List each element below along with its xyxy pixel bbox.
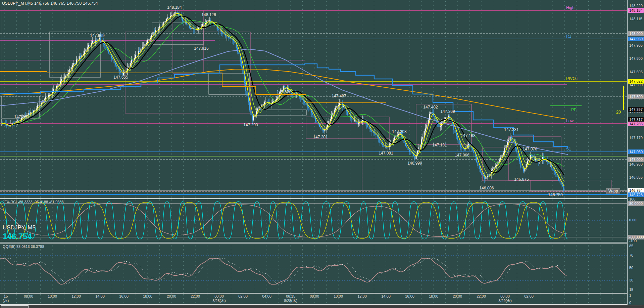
rci-tick: 100 — [629, 197, 635, 201]
swing-annotation: 147.201 — [313, 135, 328, 139]
swing-annotation: 147.081 — [379, 151, 393, 156]
level-label-r1: R1 — [566, 34, 572, 39]
price-badge: 146.754 — [628, 188, 644, 193]
swing-annotation: 147.168 — [461, 133, 476, 138]
scroll-track[interactable] — [30, 306, 642, 306]
price-tick: 147.170 — [629, 136, 643, 140]
swing-annotation: 147.066 — [455, 153, 469, 158]
level-label-s1: S1 — [566, 147, 571, 151]
price-badge: 147.500 — [628, 94, 644, 99]
time-label: 18:00 — [143, 294, 152, 298]
time-label: 20:00 — [167, 294, 176, 298]
qqe-tick: 0 — [629, 301, 631, 305]
time-label: 15(水) — [3, 294, 9, 303]
swing-annotation: 147.655 — [113, 75, 128, 80]
qqe-tick: 70 — [629, 253, 633, 257]
time-axis-separator — [0, 293, 627, 294]
time-label: 16:00 — [119, 294, 129, 298]
level-label-pp: PP — [571, 107, 577, 112]
price-badge: 80.0000 — [628, 201, 644, 206]
qqe-signal-line — [0, 259, 566, 284]
qqe-tick: 85 — [629, 244, 633, 248]
chart-title: USDJPY_MT,M5 146.756 146.765 146.750 146… — [2, 1, 98, 6]
price-badge: 147.959 — [628, 37, 644, 41]
level-label-pivot: PIVOT — [566, 76, 579, 81]
main-chart-canvas[interactable]: 20HighR1PIVOTPPLowS1147.360147.969147.65… — [0, 0, 627, 199]
price-tick: 147.905 — [629, 43, 643, 47]
price-badge: 147.622 — [628, 79, 644, 84]
time-label: 12:00 — [357, 294, 367, 298]
swing-annotation: 147.131 — [432, 143, 447, 147]
time-label: 10:00 — [334, 294, 343, 298]
qqe-tick: 50 — [629, 266, 633, 270]
price-tick: 146.855 — [629, 175, 643, 179]
left-window-border — [1, 0, 1, 304]
qqe-rsi-line — [0, 259, 566, 284]
rci-indicator-canvas[interactable] — [0, 199, 627, 244]
swing-annotation: 147.969 — [90, 33, 105, 38]
price-badge: 147.000 — [628, 157, 644, 162]
swing-annotation: 147.208 — [392, 129, 407, 134]
qqe-indicator-label: QQE(5) 33.0513 38.3788 — [3, 245, 44, 249]
time-label: 06:158/28(木) — [284, 294, 297, 303]
swing-annotation: 147.402 — [423, 105, 438, 109]
scroll-handle[interactable] — [1, 305, 29, 308]
time-label: 22:00 — [477, 294, 486, 298]
price-tick: 148.115 — [629, 17, 642, 21]
price-tick: 147.800 — [629, 56, 643, 60]
time-label: 12:00 — [71, 294, 81, 298]
time-label: 04:00 — [262, 294, 271, 298]
price-badge: 147.317 — [628, 117, 644, 122]
time-axis[interactable]: 15(水)08:0010:0012:0014:0016:0018:0020:00… — [0, 293, 627, 304]
qqe-tick: 15 — [629, 288, 633, 292]
time-label: 14:00 — [381, 294, 391, 298]
time-date-label: 8/28(木) — [284, 298, 297, 303]
time-label: 16:00 — [405, 294, 414, 298]
price-badge: 148.000 — [628, 31, 644, 36]
swing-annotation: 147.916 — [194, 46, 209, 51]
panel-separator-rci-qqe[interactable] — [0, 242, 627, 243]
measure-label: 20 — [616, 109, 621, 115]
time-label: 10:00 — [48, 294, 57, 298]
w-pp-label: W-pp — [606, 188, 620, 194]
swing-annotation: 147.487 — [332, 94, 346, 98]
swing-annotation: 147.070 — [523, 147, 537, 151]
time-label: 02:00 — [238, 294, 248, 298]
time-label: 08:00 — [24, 294, 33, 298]
qqe-indicator-canvas[interactable] — [0, 244, 627, 293]
time-label: 00:008/28(木) — [212, 294, 226, 303]
price-badge: 146.723 — [628, 192, 644, 197]
price-badge: 147.397 — [628, 107, 644, 112]
rci-tick: 0.00 — [629, 218, 636, 222]
time-label: 20:00 — [453, 294, 462, 298]
price-badge: 148.184 — [628, 8, 644, 13]
time-label: 14:00 — [95, 294, 105, 298]
price-axis[interactable]: 148.220148.115148.010147.905147.800147.6… — [627, 0, 644, 308]
panel-separator-rci-qqe-hl — [0, 244, 627, 244]
price-tick: 147.695 — [629, 70, 643, 74]
time-date-label: 8/29(金) — [498, 298, 512, 303]
white-box — [209, 73, 250, 94]
swing-annotation: 147.360 — [14, 115, 29, 119]
chart-window: USDJPY_MT,M5 146.756 146.765 146.750 146… — [0, 0, 644, 308]
swing-annotation: 147.293 — [243, 123, 258, 127]
time-label: 18:00 — [429, 294, 438, 298]
price-tick: 148.220 — [629, 4, 643, 8]
price-badge: -80.0000 — [628, 235, 644, 239]
swing-annotation: 148.126 — [201, 12, 216, 17]
swing-annotation: 147.620 — [277, 90, 291, 94]
time-date-label: 8/28(木) — [212, 298, 226, 303]
price-badge: 147.060 — [628, 149, 644, 154]
swing-annotation: 146.999 — [407, 161, 422, 166]
swing-annotation: 146.806 — [479, 186, 494, 190]
swing-annotation: 148.184 — [167, 5, 182, 10]
pink-box — [530, 180, 612, 191]
swing-annotation: 147.231 — [504, 127, 519, 132]
price-tick: 146.960 — [629, 162, 643, 166]
price-badge: 147.285 — [628, 122, 644, 126]
time-label: 22:00 — [191, 294, 200, 298]
time-label: 08:00 — [310, 294, 319, 298]
time-label: 02:00 — [524, 294, 534, 298]
bottom-scroll-strip[interactable] — [0, 305, 644, 308]
qqe-tick: 1 — [629, 293, 631, 297]
